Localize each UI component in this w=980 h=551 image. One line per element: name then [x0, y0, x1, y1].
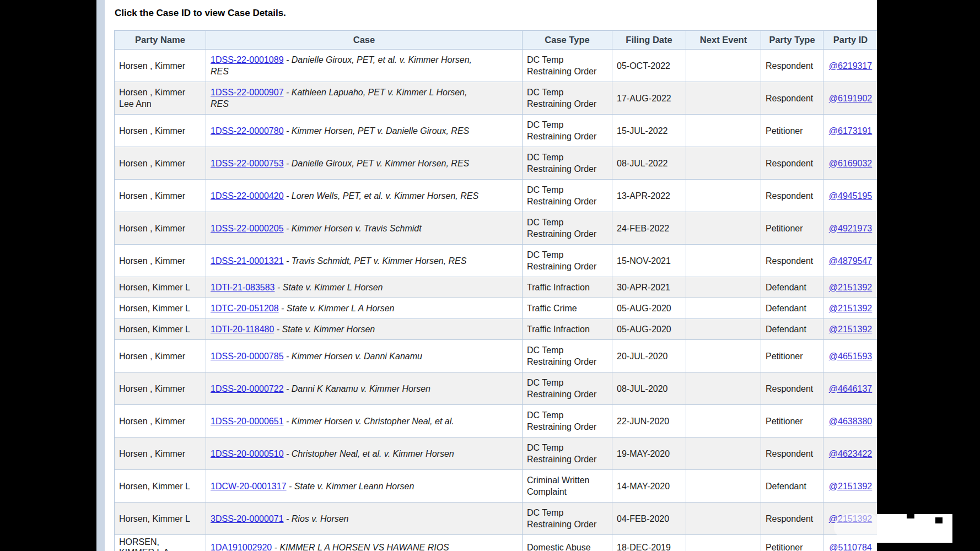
table-row: Horsen, Kimmer L 3DSS-20-0000071 - Rios …	[115, 503, 877, 535]
next-event-cell	[686, 503, 761, 535]
party-id-link[interactable]: @6169032	[829, 159, 873, 168]
case-id-link[interactable]: 3DSS-20-0000071	[211, 514, 284, 523]
table-row: Horsen, Kimmer L 1DTC-20-051208 - State …	[115, 298, 877, 319]
party-id-cell: @6169032	[823, 147, 877, 180]
case-cell: 1DTI-21-083583 - State v. Kimmer L Horse…	[206, 277, 523, 298]
filing-date-cell: 30-APR-2021	[612, 277, 686, 298]
case-id-link[interactable]: 1DTC-20-051208	[211, 304, 279, 313]
party-id-link[interactable]: @2151392	[829, 304, 873, 313]
case-cell: 1DTC-20-051208 - State v. Kimmer L A Hor…	[206, 298, 523, 319]
case-description: - Christopher Neal, et al. v. Kimmer Hor…	[286, 449, 454, 458]
party-id-cell: @4638380	[823, 405, 877, 437]
page-instruction: Click the Case ID to view Case Details.	[115, 8, 286, 19]
case-type-cell: Criminal Written Complaint	[523, 470, 612, 503]
party-id-link[interactable]: @4921973	[829, 224, 873, 233]
party-id-link[interactable]: @6219317	[829, 61, 873, 71]
case-id-link[interactable]: 1DTI-20-118480	[211, 325, 274, 334]
case-id-link[interactable]: 1DSS-22-0000420	[211, 191, 284, 201]
next-event-cell	[686, 50, 761, 82]
party-name-cell: Horsen, Kimmer L	[115, 298, 206, 319]
party-type-cell: Respondent	[761, 180, 823, 212]
party-id-cell: @2151392	[823, 470, 877, 503]
party-id-cell: @6173191	[823, 115, 877, 147]
case-search-results-page: Click the Case ID to view Case Details. …	[105, 0, 877, 551]
party-id-link[interactable]: @2151392	[829, 482, 873, 491]
party-name-cell: Horsen , Kimmer Lee Ann	[115, 82, 206, 115]
case-id-link[interactable]: 1DSS-20-0000651	[211, 417, 284, 426]
case-cell: 1DCW-20-0001317 - State v. Kimmer Leann …	[206, 470, 523, 503]
case-id-link[interactable]: 1DCW-20-0001317	[211, 482, 287, 491]
case-description: - Kimmer Horsen v. Travis Schmidt	[286, 224, 422, 233]
party-id-link[interactable]: @6173191	[829, 126, 873, 136]
case-type-cell: Traffic Infraction	[523, 277, 612, 298]
case-id-link[interactable]: 1DSS-20-0000510	[211, 449, 284, 458]
party-type-cell: Respondent	[761, 50, 823, 82]
filing-date-cell: 08-JUL-2022	[612, 147, 686, 180]
case-id-link[interactable]: 1DSS-20-0000785	[211, 352, 284, 361]
party-id-link[interactable]: @6191902	[829, 94, 873, 103]
case-id-link[interactable]: 1DSS-22-0000780	[211, 126, 284, 136]
party-id-cell: @4945195	[823, 180, 877, 212]
party-type-cell: Petitioner	[761, 340, 823, 372]
case-id-link[interactable]: 1DSS-21-0001321	[211, 256, 284, 266]
filing-date-cell: 15-NOV-2021	[612, 245, 686, 277]
case-description: - State v. Kimmer L Horsen	[277, 283, 383, 292]
header-next-event: Next Event	[686, 31, 761, 50]
party-id-cell: @2151392	[823, 277, 877, 298]
party-name-cell: Horsen , Kimmer	[115, 245, 206, 277]
party-name-cell: Horsen, Kimmer L	[115, 319, 206, 340]
case-type-cell: DC Temp Restraining Order	[523, 372, 612, 405]
next-event-cell	[686, 470, 761, 503]
case-type-cell: Domestic Abuse	[523, 535, 612, 551]
party-id-link[interactable]: @4623422	[829, 449, 873, 458]
table-row: Horsen , Kimmer 1DSS-20-0000651 - Kimmer…	[115, 405, 877, 437]
case-results-table: Party Name Case Case Type Filing Date Ne…	[114, 30, 877, 551]
watermark-notch	[907, 514, 914, 518]
case-type-cell: DC Temp Restraining Order	[523, 180, 612, 212]
party-id-cell: @2151392	[823, 319, 877, 340]
next-event-cell	[686, 245, 761, 277]
case-id-link[interactable]: 1DSS-20-0000722	[211, 384, 284, 393]
filing-date-cell: 08-JUL-2020	[612, 372, 686, 405]
party-id-link[interactable]: @4646137	[829, 384, 873, 393]
case-id-link[interactable]: 1DSS-22-0000753	[211, 159, 284, 168]
case-id-link[interactable]: 1DSS-22-0000907	[211, 88, 284, 97]
case-description: - Loren Wells, PET, et al. v. Kimmer Hor…	[286, 191, 478, 201]
filing-date-cell: 24-FEB-2022	[612, 212, 686, 245]
party-type-cell: Respondent	[761, 437, 823, 470]
case-id-link[interactable]: 1DSS-22-0000205	[211, 224, 284, 233]
case-cell: 1DSS-22-0000205 - Kimmer Horsen v. Travi…	[206, 212, 523, 245]
case-cell: 1DSS-20-0000510 - Christopher Neal, et a…	[206, 437, 523, 470]
party-id-cell: @4921973	[823, 212, 877, 245]
case-description: - State v. Kimmer Horsen	[277, 325, 375, 334]
header-party-type: Party Type	[761, 31, 823, 50]
case-description: - Kimmer Horsen, PET v. Danielle Giroux,…	[286, 126, 469, 136]
party-id-link[interactable]: @5110784	[829, 543, 871, 551]
case-type-cell: DC Temp Restraining Order	[523, 82, 612, 115]
party-id-link[interactable]: @4638380	[829, 417, 873, 426]
table-row: Horsen , Kimmer 1DSS-22-0001089 - Daniel…	[115, 50, 877, 82]
filing-date-cell: 05-OCT-2022	[612, 50, 686, 82]
party-id-link[interactable]: @4651593	[829, 352, 873, 361]
case-cell: 1DSS-21-0001321 - Travis Schmidt, PET v.…	[206, 245, 523, 277]
case-type-cell: DC Temp Restraining Order	[523, 405, 612, 437]
next-event-cell	[686, 147, 761, 180]
party-id-link[interactable]: @4945195	[829, 191, 873, 201]
party-type-cell: Respondent	[761, 245, 823, 277]
party-type-cell: Petitioner	[761, 212, 823, 245]
party-id-link[interactable]: @2151392	[829, 283, 873, 292]
filing-date-cell: 19-MAY-2020	[612, 437, 686, 470]
case-description: - Travis Schmidt, PET v. Kimmer Horsen, …	[286, 256, 466, 266]
party-type-cell: Respondent	[761, 372, 823, 405]
case-id-link[interactable]: 1DTI-21-083583	[211, 283, 275, 292]
party-type-cell: Respondent	[761, 82, 823, 115]
party-name-cell: Horsen , Kimmer	[115, 147, 206, 180]
case-id-link[interactable]: 1DA191002920	[211, 543, 272, 551]
table-row: Horsen, Kimmer L 1DTI-20-118480 - State …	[115, 319, 877, 340]
case-type-cell: Traffic Crime	[523, 298, 612, 319]
party-name-cell: Horsen , Kimmer	[115, 50, 206, 82]
case-id-link[interactable]: 1DSS-22-0001089	[211, 55, 284, 64]
party-id-link[interactable]: @2151392	[829, 325, 873, 334]
case-cell: 1DA191002920 - KIMMER L A HORSEN VS HAWA…	[206, 535, 523, 551]
party-id-link[interactable]: @4879547	[829, 256, 873, 266]
